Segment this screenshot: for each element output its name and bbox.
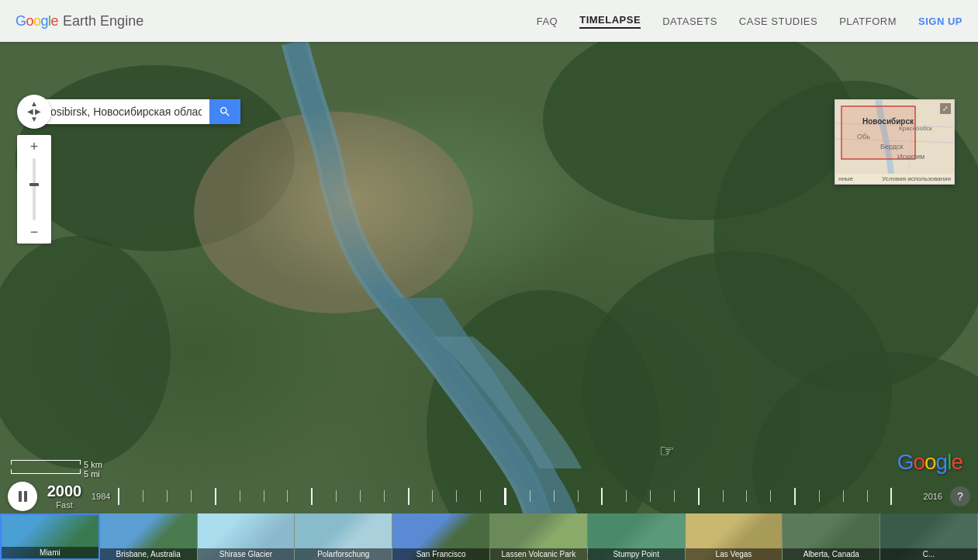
tick bbox=[191, 490, 215, 502]
nav-timelapse[interactable]: TIMELAPSE bbox=[579, 14, 641, 29]
mini-map-expand-button[interactable]: ⤢ bbox=[940, 103, 951, 114]
nav-platform[interactable]: PLATFORM bbox=[839, 16, 897, 27]
city-overlay bbox=[233, 104, 465, 298]
mini-map-footer-left: нные bbox=[838, 175, 853, 182]
scale-km: 5 km bbox=[11, 460, 102, 469]
pause-bar-right bbox=[24, 491, 27, 502]
thumbnail-label: Lassen Volcanic Park bbox=[490, 548, 587, 560]
tick bbox=[264, 490, 288, 502]
mini-map-footer: нные Условия использования bbox=[835, 174, 954, 184]
tick bbox=[384, 490, 408, 502]
year-number: 2000 bbox=[47, 482, 82, 500]
tick-active bbox=[504, 488, 530, 505]
thumbnail-item[interactable]: Lassen Volcanic Park bbox=[490, 513, 588, 560]
thumbnail-strip: MiamiBrisbane, AustraliaShirase GlacierP… bbox=[0, 513, 978, 560]
mini-map-berdsk-label: Бердск bbox=[880, 143, 903, 150]
tick bbox=[215, 488, 240, 505]
pause-icon bbox=[19, 491, 27, 502]
search-icon bbox=[219, 105, 231, 118]
tick bbox=[674, 490, 698, 502]
thumbnail-label: Las Vegas bbox=[686, 548, 783, 560]
nav-case-studies[interactable]: CASE STUDIES bbox=[739, 16, 817, 27]
thumbnail-item[interactable]: San Francisco bbox=[392, 513, 490, 560]
pause-button[interactable] bbox=[8, 482, 37, 511]
thumbnail-label: Brisbane, Australia bbox=[100, 548, 197, 560]
tick bbox=[240, 490, 264, 502]
thumbnail-item[interactable]: Stumpy Point bbox=[588, 513, 686, 560]
logo: Google Earth Engine bbox=[16, 13, 143, 29]
search-box bbox=[23, 99, 240, 124]
thumbnail-label: Shirase Glacier bbox=[198, 548, 295, 560]
thumbnail-item[interactable]: Miami bbox=[0, 513, 100, 560]
scale-bar: 5 km 5 mi bbox=[11, 460, 102, 479]
thumbnail-item[interactable]: Shirase Glacier bbox=[198, 513, 295, 560]
zoom-controls: ▲◀ ▶▼ + − bbox=[17, 95, 51, 244]
tick bbox=[554, 490, 578, 502]
thumbnail-label: San Francisco bbox=[392, 548, 489, 560]
tick bbox=[287, 490, 311, 502]
mini-map-footer-right: Условия использования bbox=[882, 175, 951, 182]
tick bbox=[118, 488, 143, 505]
navigation: FAQ TIMELAPSE DATASETS CASE STUDIES PLAT… bbox=[537, 14, 962, 29]
zoom-out-button[interactable]: − bbox=[26, 223, 43, 240]
tick bbox=[408, 488, 433, 505]
thumbnail-item[interactable]: C... bbox=[880, 513, 978, 560]
tick bbox=[794, 488, 819, 505]
tick bbox=[746, 490, 770, 502]
thumbnail-label: Stumpy Point bbox=[588, 548, 685, 560]
help-button[interactable]: ? bbox=[950, 486, 970, 506]
google-watermark: Google bbox=[897, 450, 962, 475]
scale-mi-label: 5 mi bbox=[84, 469, 100, 479]
pan-control[interactable]: ▲◀ ▶▼ bbox=[17, 95, 51, 129]
thumbnail-item[interactable]: Alberta, Canada bbox=[783, 513, 880, 560]
tick bbox=[360, 490, 384, 502]
tick bbox=[698, 488, 723, 505]
tick bbox=[650, 490, 674, 502]
pan-arrows: ▲◀ ▶▼ bbox=[27, 100, 42, 123]
thumbnail-item[interactable]: Polarforschung bbox=[295, 513, 392, 560]
speed-label: Fast bbox=[56, 500, 72, 510]
tick bbox=[336, 490, 360, 502]
header: Google Earth Engine FAQ TIMELAPSE DATASE… bbox=[0, 0, 978, 42]
zoom-thumb bbox=[29, 183, 39, 186]
year-display: 2000 Fast bbox=[45, 482, 84, 510]
timeline: 2000 Fast 1984 bbox=[0, 479, 978, 513]
mini-map-iskitim-label: Искитим bbox=[897, 153, 924, 161]
thumbnail-label: C... bbox=[880, 548, 977, 560]
zoom-track[interactable] bbox=[33, 158, 36, 220]
thumbnail-item[interactable]: Brisbane, Australia bbox=[100, 513, 198, 560]
search-input[interactable] bbox=[23, 99, 209, 124]
mini-map-krasnoobsk-label: Краснообск bbox=[899, 125, 932, 132]
svg-point-1 bbox=[0, 236, 171, 468]
tick bbox=[770, 490, 794, 502]
mini-map-content: Новосибирск Обь Краснообск Бердск Искити… bbox=[835, 100, 954, 184]
nav-datasets[interactable]: DATASETS bbox=[662, 16, 717, 27]
thumbnail-label: Alberta, Canada bbox=[783, 548, 880, 560]
scale-bar-bottom bbox=[11, 469, 81, 474]
mini-map-ob-label: Обь bbox=[857, 133, 870, 140]
svg-point-2 bbox=[543, 42, 853, 220]
thumbnail-item[interactable]: Las Vegas bbox=[686, 513, 783, 560]
year-start-label: 1984 bbox=[92, 492, 110, 501]
pause-bar-left bbox=[19, 491, 22, 502]
map[interactable]: ▲◀ ▶▼ + − 5 km 5 mi ⤢ bbox=[0, 42, 978, 560]
tick bbox=[843, 490, 867, 502]
tick bbox=[723, 490, 747, 502]
tick bbox=[626, 490, 650, 502]
thumbnail-label: Polarforschung bbox=[295, 548, 392, 560]
scale-km-label: 5 km bbox=[84, 460, 102, 469]
tick bbox=[578, 490, 602, 502]
search-button[interactable] bbox=[209, 99, 240, 124]
mini-map[interactable]: ⤢ Новосибирск Обь Краснообск Бердск Иски… bbox=[835, 99, 955, 185]
timeline-track[interactable] bbox=[118, 481, 915, 512]
svg-rect-13 bbox=[841, 106, 915, 159]
timeline-ticks bbox=[118, 488, 915, 505]
logo-earth-engine-text: Earth Engine bbox=[63, 13, 143, 29]
thumbnail-label: Miami bbox=[2, 547, 98, 558]
logo-google-text: Google bbox=[16, 13, 58, 29]
nav-faq[interactable]: FAQ bbox=[537, 16, 558, 27]
zoom-in-button[interactable]: + bbox=[26, 138, 43, 155]
nav-signup[interactable]: SIGN UP bbox=[918, 16, 962, 27]
tick bbox=[480, 490, 504, 502]
tick bbox=[311, 488, 336, 505]
